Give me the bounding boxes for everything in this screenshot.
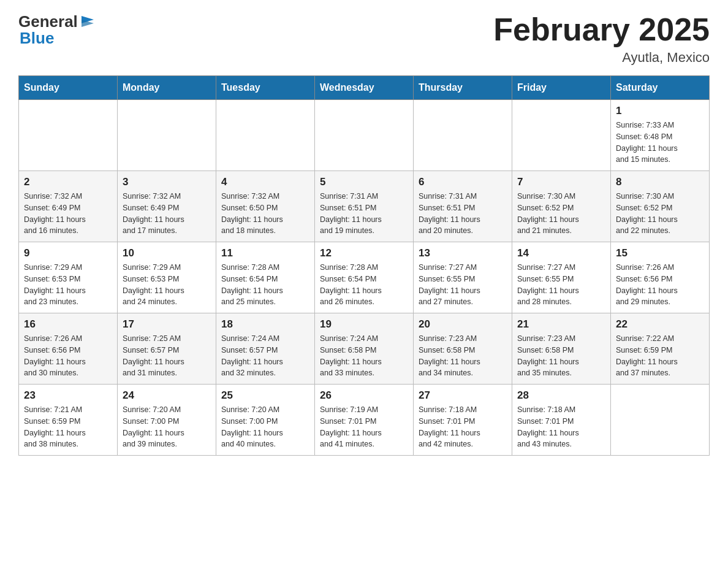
day-info: Sunrise: 7:18 AMSunset: 7:01 PMDaylight:…: [419, 404, 507, 450]
day-info: Sunrise: 7:24 AMSunset: 6:58 PMDaylight:…: [320, 333, 408, 379]
calendar-week-row: 23Sunrise: 7:21 AMSunset: 6:59 PMDayligh…: [19, 385, 710, 456]
day-info: Sunrise: 7:24 AMSunset: 6:57 PMDaylight:…: [221, 333, 309, 379]
calendar-cell: 22Sunrise: 7:22 AMSunset: 6:59 PMDayligh…: [611, 313, 710, 385]
day-info: Sunrise: 7:30 AMSunset: 6:52 PMDaylight:…: [517, 191, 605, 237]
day-number: 24: [123, 389, 211, 402]
day-info: Sunrise: 7:23 AMSunset: 6:58 PMDaylight:…: [517, 333, 605, 379]
day-info: Sunrise: 7:22 AMSunset: 6:59 PMDaylight:…: [616, 333, 704, 379]
day-info: Sunrise: 7:31 AMSunset: 6:51 PMDaylight:…: [320, 191, 408, 237]
calendar-cell: 23Sunrise: 7:21 AMSunset: 6:59 PMDayligh…: [19, 385, 118, 456]
calendar-week-row: 2Sunrise: 7:32 AMSunset: 6:49 PMDaylight…: [19, 171, 710, 242]
weekday-header-row: SundayMondayTuesdayWednesdayThursdayFrid…: [19, 76, 710, 100]
day-number: 28: [517, 389, 605, 402]
day-number: 2: [24, 176, 112, 188]
day-number: 6: [419, 176, 507, 188]
day-number: 5: [320, 176, 408, 188]
calendar-week-row: 16Sunrise: 7:26 AMSunset: 6:56 PMDayligh…: [19, 313, 710, 385]
day-info: Sunrise: 7:31 AMSunset: 6:51 PMDaylight:…: [419, 191, 507, 237]
day-number: 12: [320, 247, 408, 259]
day-info: Sunrise: 7:32 AMSunset: 6:50 PMDaylight:…: [221, 191, 309, 237]
calendar-cell: 3Sunrise: 7:32 AMSunset: 6:49 PMDaylight…: [118, 171, 216, 242]
day-number: 14: [517, 247, 605, 259]
day-info: Sunrise: 7:27 AMSunset: 6:55 PMDaylight:…: [419, 262, 507, 308]
day-info: Sunrise: 7:20 AMSunset: 7:00 PMDaylight:…: [221, 404, 309, 450]
calendar-cell: [512, 100, 611, 171]
calendar-cell: [19, 100, 118, 171]
calendar-week-row: 9Sunrise: 7:29 AMSunset: 6:53 PMDaylight…: [19, 242, 710, 313]
calendar-cell: 27Sunrise: 7:18 AMSunset: 7:01 PMDayligh…: [414, 385, 512, 456]
day-info: Sunrise: 7:27 AMSunset: 6:55 PMDaylight:…: [517, 262, 605, 308]
day-info: Sunrise: 7:25 AMSunset: 6:57 PMDaylight:…: [123, 333, 211, 379]
day-info: Sunrise: 7:29 AMSunset: 6:53 PMDaylight:…: [24, 262, 112, 308]
day-number: 21: [517, 318, 605, 331]
location: Ayutla, Mexico: [493, 50, 710, 66]
day-info: Sunrise: 7:32 AMSunset: 6:49 PMDaylight:…: [123, 191, 211, 237]
day-info: Sunrise: 7:32 AMSunset: 6:49 PMDaylight:…: [24, 191, 112, 237]
day-info: Sunrise: 7:21 AMSunset: 6:59 PMDaylight:…: [24, 404, 112, 450]
calendar-cell: [611, 385, 710, 456]
weekday-header-tuesday: Tuesday: [216, 76, 315, 100]
day-number: 1: [616, 105, 704, 117]
calendar-cell: 11Sunrise: 7:28 AMSunset: 6:54 PMDayligh…: [216, 242, 315, 313]
day-number: 23: [24, 389, 112, 402]
weekday-header-saturday: Saturday: [611, 76, 710, 100]
calendar-cell: 15Sunrise: 7:26 AMSunset: 6:56 PMDayligh…: [611, 242, 710, 313]
day-number: 3: [123, 176, 211, 188]
calendar-cell: 19Sunrise: 7:24 AMSunset: 6:58 PMDayligh…: [315, 313, 414, 385]
calendar-cell: 21Sunrise: 7:23 AMSunset: 6:58 PMDayligh…: [512, 313, 611, 385]
calendar-cell: 25Sunrise: 7:20 AMSunset: 7:00 PMDayligh…: [216, 385, 315, 456]
day-info: Sunrise: 7:30 AMSunset: 6:52 PMDaylight:…: [616, 191, 704, 237]
calendar-cell: [414, 100, 512, 171]
calendar-cell: [315, 100, 414, 171]
logo: General Blue: [18, 12, 96, 48]
day-number: 20: [419, 318, 507, 331]
day-info: Sunrise: 7:18 AMSunset: 7:01 PMDaylight:…: [517, 404, 605, 450]
day-number: 15: [616, 247, 704, 259]
day-info: Sunrise: 7:19 AMSunset: 7:01 PMDaylight:…: [320, 404, 408, 450]
day-number: 8: [616, 176, 704, 188]
day-number: 22: [616, 318, 704, 331]
calendar-cell: 5Sunrise: 7:31 AMSunset: 6:51 PMDaylight…: [315, 171, 414, 242]
header: General Blue February 2025 Ayutla, Mexic…: [18, 12, 710, 66]
calendar-cell: 1Sunrise: 7:33 AMSunset: 6:48 PMDaylight…: [611, 100, 710, 171]
day-info: Sunrise: 7:28 AMSunset: 6:54 PMDaylight:…: [221, 262, 309, 308]
weekday-header-sunday: Sunday: [19, 76, 118, 100]
title-section: February 2025 Ayutla, Mexico: [493, 12, 710, 66]
calendar-cell: 28Sunrise: 7:18 AMSunset: 7:01 PMDayligh…: [512, 385, 611, 456]
calendar-cell: 17Sunrise: 7:25 AMSunset: 6:57 PMDayligh…: [118, 313, 216, 385]
calendar-cell: 14Sunrise: 7:27 AMSunset: 6:55 PMDayligh…: [512, 242, 611, 313]
day-number: 16: [24, 318, 112, 331]
day-number: 17: [123, 318, 211, 331]
logo-flag-icon: [79, 13, 96, 31]
calendar-cell: 24Sunrise: 7:20 AMSunset: 7:00 PMDayligh…: [118, 385, 216, 456]
day-number: 27: [419, 389, 507, 402]
day-number: 4: [221, 176, 309, 188]
calendar-cell: 13Sunrise: 7:27 AMSunset: 6:55 PMDayligh…: [414, 242, 512, 313]
calendar-cell: 10Sunrise: 7:29 AMSunset: 6:53 PMDayligh…: [118, 242, 216, 313]
weekday-header-monday: Monday: [118, 76, 216, 100]
day-number: 18: [221, 318, 309, 331]
day-number: 7: [517, 176, 605, 188]
weekday-header-friday: Friday: [512, 76, 611, 100]
calendar-cell: [216, 100, 315, 171]
day-number: 10: [123, 247, 211, 259]
calendar-cell: [118, 100, 216, 171]
day-info: Sunrise: 7:26 AMSunset: 6:56 PMDaylight:…: [24, 333, 112, 379]
calendar-cell: 26Sunrise: 7:19 AMSunset: 7:01 PMDayligh…: [315, 385, 414, 456]
calendar-cell: 6Sunrise: 7:31 AMSunset: 6:51 PMDaylight…: [414, 171, 512, 242]
calendar-cell: 16Sunrise: 7:26 AMSunset: 6:56 PMDayligh…: [19, 313, 118, 385]
day-number: 11: [221, 247, 309, 259]
calendar-cell: 18Sunrise: 7:24 AMSunset: 6:57 PMDayligh…: [216, 313, 315, 385]
day-number: 19: [320, 318, 408, 331]
logo-blue-text: Blue: [20, 29, 96, 48]
calendar-cell: 9Sunrise: 7:29 AMSunset: 6:53 PMDaylight…: [19, 242, 118, 313]
day-number: 13: [419, 247, 507, 259]
day-info: Sunrise: 7:20 AMSunset: 7:00 PMDaylight:…: [123, 404, 211, 450]
calendar-cell: 7Sunrise: 7:30 AMSunset: 6:52 PMDaylight…: [512, 171, 611, 242]
day-info: Sunrise: 7:29 AMSunset: 6:53 PMDaylight:…: [123, 262, 211, 308]
calendar-cell: 2Sunrise: 7:32 AMSunset: 6:49 PMDaylight…: [19, 171, 118, 242]
calendar-table: SundayMondayTuesdayWednesdayThursdayFrid…: [18, 75, 710, 456]
calendar-cell: 4Sunrise: 7:32 AMSunset: 6:50 PMDaylight…: [216, 171, 315, 242]
day-info: Sunrise: 7:28 AMSunset: 6:54 PMDaylight:…: [320, 262, 408, 308]
calendar-cell: 8Sunrise: 7:30 AMSunset: 6:52 PMDaylight…: [611, 171, 710, 242]
